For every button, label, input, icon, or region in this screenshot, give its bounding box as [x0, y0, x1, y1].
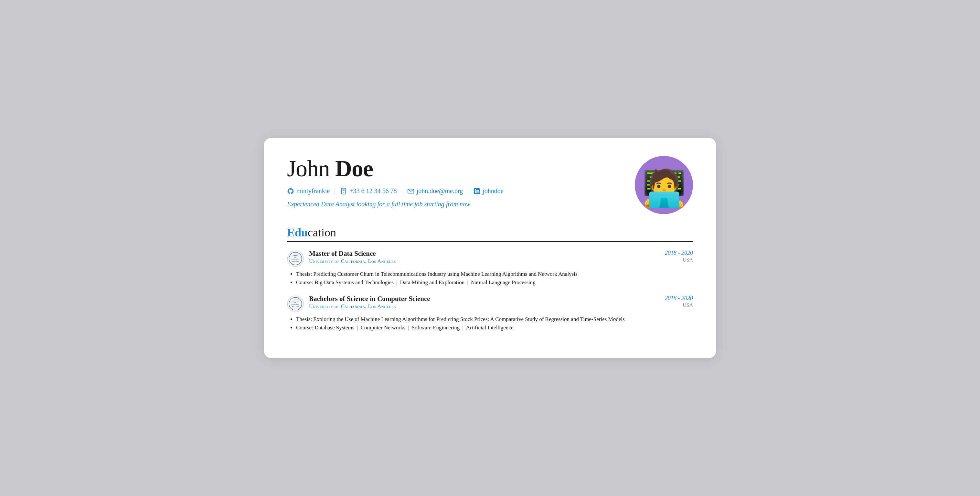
first-name: John: [287, 156, 335, 181]
edu-country-2: USA: [665, 302, 693, 308]
course-1-2: Data Mining and Exploration: [400, 279, 465, 285]
edu-thesis-2: Thesis: Exploring the Use of Machine Lea…: [296, 316, 693, 323]
linkedin-icon: [473, 188, 480, 195]
section-title-rest: cation: [308, 226, 336, 239]
edu-country-1: USA: [665, 257, 693, 263]
svg-text:LOS ANGELES: LOS ANGELES: [291, 259, 299, 260]
linkedin-contact: johndoe: [473, 187, 503, 195]
courses-line-1: Course: Big Data Systems and Technologie…: [296, 279, 536, 285]
edu-bullets-2: Thesis: Exploring the Use of Machine Lea…: [287, 316, 693, 331]
svg-text:UC: UC: [294, 257, 297, 258]
edu-left-1: UC LOS ANGELES Master of Data Science Un…: [287, 250, 396, 267]
svg-rect-6: [475, 190, 476, 193]
full-name: John Doe: [287, 156, 622, 181]
avatar-emoji: 🧑‍💻: [642, 171, 686, 206]
edu-years-2: 2018 - 2020: [665, 295, 693, 302]
edu-courses-1: Course: Big Data Systems and Technologie…: [296, 279, 693, 286]
edu-degree-1: Master of Data Science: [309, 250, 396, 258]
github-icon: [287, 188, 294, 195]
edu-right-2: 2018 - 2020 USA: [665, 295, 693, 308]
edu-top-row-1: UC LOS ANGELES Master of Data Science Un…: [287, 250, 693, 267]
github-username: mintyfrankie: [296, 187, 330, 195]
svg-rect-0: [342, 188, 346, 194]
edu-degree-2: Bachelors of Science in Computer Science: [309, 295, 430, 303]
edu-bullets-1: Thesis: Predicting Customer Churn in Tel…: [287, 271, 693, 286]
header: John Doe mintyfrankie |: [287, 156, 693, 214]
edu-entry-2: UC LOS ANGELES Bachelors of Science in C…: [287, 295, 693, 331]
header-left: John Doe mintyfrankie |: [287, 156, 622, 208]
education-section-title: Education: [287, 226, 693, 242]
course-2-3: Software Engineering: [412, 325, 460, 331]
school-logo-1: UC LOS ANGELES: [287, 250, 304, 267]
course-2-1: Database Systems: [315, 325, 354, 331]
edu-entry-1: UC LOS ANGELES Master of Data Science Un…: [287, 250, 693, 286]
avatar: 🧑‍💻: [635, 156, 693, 214]
edu-thesis-1: Thesis: Predicting Customer Churn in Tel…: [296, 271, 693, 277]
section-title-accent: Edu: [287, 226, 308, 239]
contact-line: mintyfrankie | +33 6 12 34 56 78 |: [287, 187, 622, 195]
edu-school-2: University of California, Los Angeles: [309, 304, 430, 309]
svg-text:UC: UC: [294, 302, 297, 303]
courses-line-2: Course: Database Systems|Computer Networ…: [296, 325, 513, 331]
sep3: |: [468, 187, 469, 195]
tagline: Experienced Data Analyst looking for a f…: [287, 201, 622, 208]
phone-icon: [340, 188, 347, 195]
course-1-3: Natural Language Processing: [471, 279, 536, 285]
svg-text:LOS ANGELES: LOS ANGELES: [291, 304, 299, 305]
edu-school-1: University of California, Los Angeles: [309, 258, 396, 264]
edu-title-block-1: Master of Data Science University of Cal…: [309, 250, 396, 264]
edu-years-1: 2018 - 2020: [665, 250, 693, 257]
edu-left-2: UC LOS ANGELES Bachelors of Science in C…: [287, 295, 430, 312]
phone-number: +33 6 12 34 56 78: [349, 187, 396, 195]
email-icon: [407, 188, 414, 195]
edu-top-row-2: UC LOS ANGELES Bachelors of Science in C…: [287, 295, 693, 312]
edu-title-block-2: Bachelors of Science in Computer Science…: [309, 295, 430, 309]
linkedin-username: johndoe: [482, 187, 503, 195]
course-2-4: Artificial Intelligence: [466, 325, 514, 331]
email-address: john.doe@me.org: [417, 187, 463, 195]
email-contact: john.doe@me.org: [407, 187, 463, 195]
course-1-1: Big Data Systems and Technologies: [315, 279, 394, 285]
school-logo-2: UC LOS ANGELES: [287, 295, 304, 312]
svg-point-7: [475, 189, 476, 190]
phone-contact: +33 6 12 34 56 78: [340, 187, 396, 195]
edu-right-1: 2018 - 2020 USA: [665, 250, 693, 263]
last-name: Doe: [335, 156, 373, 181]
sep2: |: [401, 187, 403, 195]
sep1: |: [334, 187, 336, 195]
github-contact: mintyfrankie: [287, 187, 330, 195]
edu-courses-2: Course: Database Systems|Computer Networ…: [296, 325, 693, 331]
svg-point-3: [343, 192, 344, 193]
resume-card: John Doe mintyfrankie |: [264, 138, 716, 358]
course-2-2: Computer Networks: [361, 325, 405, 331]
